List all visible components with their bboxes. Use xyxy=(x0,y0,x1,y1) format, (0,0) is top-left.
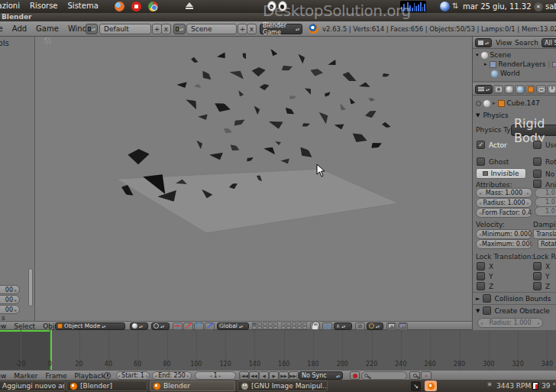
operator-field-3[interactable]: 00▸ xyxy=(0,305,20,314)
modifiers-tab[interactable] xyxy=(547,85,556,94)
form-factor-slider[interactable]: ◂Form Factor: 0.400 xyxy=(476,208,532,218)
window-titlebar[interactable]: Blender xyxy=(0,13,556,21)
close-scene-button[interactable]: x xyxy=(247,24,257,34)
play-reverse-button[interactable]: ◀ xyxy=(259,371,269,380)
close-layout-button[interactable]: x xyxy=(161,24,171,34)
layers-grid-2[interactable] xyxy=(281,322,307,329)
no-sleeping-checkbox[interactable]: ✓ xyxy=(533,170,541,178)
actor-checkbox[interactable]: ✓ xyxy=(477,141,485,149)
opengl-render-image-button[interactable] xyxy=(386,322,396,330)
menu-sistema[interactable]: Sistema xyxy=(68,2,99,10)
outliner-item-scene[interactable]: ▾ Scene xyxy=(476,51,511,59)
next-keyframe-button[interactable]: ▶▶ xyxy=(279,371,289,380)
lock-translation-x-checkbox[interactable]: ✓ xyxy=(477,262,485,271)
timeline-editor-type-button[interactable]: ▴▾ xyxy=(104,372,116,379)
rotate-from-normal-checkbox[interactable]: ✓ xyxy=(533,157,541,166)
layer-cell[interactable] xyxy=(302,322,307,326)
collision-bounds-checkbox[interactable]: ✓ xyxy=(483,294,491,303)
translate-manipulator-button[interactable] xyxy=(183,322,193,330)
menu-playback[interactable]: Playback xyxy=(75,372,105,380)
menu-applicazioni[interactable]: Applicazioni xyxy=(0,2,20,10)
viewport-shading-select[interactable]: ▴▾ xyxy=(130,322,148,330)
layer-cell[interactable] xyxy=(263,322,267,326)
volume-muted-icon[interactable]: ✕ xyxy=(534,2,543,11)
taskbar-window-3[interactable]: Blender xyxy=(150,381,235,391)
tool-shelf-scrollbar[interactable] xyxy=(28,268,33,306)
snap-toggle-button[interactable] xyxy=(322,322,332,330)
lock-translation-y-checkbox[interactable]: ✓ xyxy=(477,272,485,280)
insert-keyframe-button[interactable] xyxy=(409,371,420,380)
prev-keyframe-button[interactable]: ◀◀ xyxy=(249,371,259,380)
layer-cell[interactable] xyxy=(281,326,286,329)
outliner-display-mode-select[interactable]: All Scenes▴▾ xyxy=(541,38,556,47)
start-frame-field[interactable]: ◂Start: 1▸ xyxy=(116,371,150,380)
anisotropic-z-slider[interactable]: 1.0 xyxy=(535,206,556,216)
render-tab[interactable] xyxy=(493,85,503,94)
outliner-menu-search[interactable]: Search xyxy=(515,39,538,47)
taskbar-window-2[interactable]: [Blender] xyxy=(66,381,147,391)
screen-layout-browse-button[interactable]: ▴▾ xyxy=(86,24,98,34)
constraints-tab[interactable] xyxy=(536,85,546,94)
menu-file[interactable]: File xyxy=(0,24,3,33)
menu-view[interactable]: View xyxy=(0,322,6,330)
lock-translation-z-checkbox[interactable]: ✓ xyxy=(477,282,485,290)
lock-rotation-y-checkbox[interactable]: ✓ xyxy=(533,272,541,280)
expand-icon[interactable]: ▾ xyxy=(476,52,479,58)
eject-icon[interactable] xyxy=(186,2,194,10)
layer-cell[interactable] xyxy=(273,326,278,329)
physics-panel-header[interactable]: ▼Physics xyxy=(476,112,509,119)
lock-to-scene-button[interactable] xyxy=(310,322,320,330)
layers-grid-1[interactable] xyxy=(252,322,278,329)
network-arrows-icon[interactable]: ⇅ xyxy=(452,2,458,10)
manipulator-toggle-button[interactable] xyxy=(173,322,183,330)
expand-icon[interactable]: ▸ xyxy=(484,61,487,67)
collision-bounds-panel-header[interactable]: ►✓Collision Bounds xyxy=(476,294,551,303)
taskbar-window-4[interactable]: [GNU Image Manipul... xyxy=(238,381,328,391)
screen-layout-name-field[interactable]: Default xyxy=(99,24,151,34)
taskbar-window-1[interactable]: Aggiungi nuovo arti... xyxy=(0,381,65,391)
scale-manipulator-button[interactable] xyxy=(205,322,215,330)
velocity-min-slider[interactable]: ◂Minimum: 0.000▸ xyxy=(476,229,532,239)
layer-cell[interactable] xyxy=(252,322,257,326)
layer-cell[interactable] xyxy=(263,326,267,329)
velocity-max-slider[interactable]: ◂Maximum: 0.000▸ xyxy=(476,239,532,249)
use-materials-checkbox[interactable]: ✓ xyxy=(533,141,541,149)
jump-to-start-button[interactable]: |◀◀ xyxy=(239,371,249,380)
jump-to-end-button[interactable]: ▶▶| xyxy=(289,371,299,380)
scene-name-field[interactable]: Scene xyxy=(186,24,237,34)
radius-slider[interactable]: ◂Radius: 1.000▸ xyxy=(476,198,532,208)
layer-cell[interactable] xyxy=(302,326,307,329)
viewport-canvas[interactable] xyxy=(35,37,472,321)
operator-field-2[interactable]: 00▸ xyxy=(0,295,20,304)
scene-browse-button[interactable]: ▴▾ xyxy=(173,24,186,34)
snap-element-select[interactable]: ∧▴▾ xyxy=(334,322,352,330)
damping-rotation-slider[interactable]: Rotation xyxy=(538,239,556,249)
anisotropic-friction-checkbox[interactable]: ✓ xyxy=(533,180,541,188)
renderable-toggle-icon[interactable] xyxy=(552,62,556,67)
sync-mode-select[interactable]: No Sync▴▾ xyxy=(299,371,343,380)
tray-blender-icon[interactable] xyxy=(425,381,437,391)
transform-orientation-select[interactable]: Global▴▾ xyxy=(217,322,249,330)
layer-cell[interactable] xyxy=(273,322,278,326)
layer-cell[interactable] xyxy=(257,326,262,329)
operator-field-1[interactable]: 00▸ xyxy=(0,285,20,294)
rotate-manipulator-button[interactable] xyxy=(194,322,204,330)
create-obstacle-checkbox[interactable]: ✓ xyxy=(483,306,491,315)
menu-risorse[interactable]: Risorse xyxy=(30,2,58,10)
system-monitor-applet[interactable] xyxy=(400,1,426,12)
damping-translation-slider[interactable]: Translation xyxy=(533,229,556,239)
layer-cell[interactable] xyxy=(268,326,273,329)
scene-tab[interactable] xyxy=(504,85,514,94)
outliner-menu-view[interactable]: View xyxy=(496,39,512,47)
area-corner-grip[interactable] xyxy=(44,37,51,44)
end-frame-field[interactable]: ◂End: 250▸ xyxy=(152,371,192,380)
create-obstacle-panel-header[interactable]: ▼✓Create Obstacle xyxy=(476,306,550,315)
lock-rotation-x-checkbox[interactable]: ✓ xyxy=(533,262,541,271)
lock-rotation-z-checkbox[interactable]: ✓ xyxy=(533,282,541,290)
auto-keyframe-record-button[interactable] xyxy=(350,371,360,380)
ghost-checkbox[interactable]: ✓ xyxy=(477,157,485,166)
chrome-icon[interactable] xyxy=(148,2,158,11)
menu-select[interactable]: Select xyxy=(14,322,35,330)
layer-cell[interactable] xyxy=(257,322,262,326)
outliner-item-world[interactable]: World xyxy=(491,70,520,77)
